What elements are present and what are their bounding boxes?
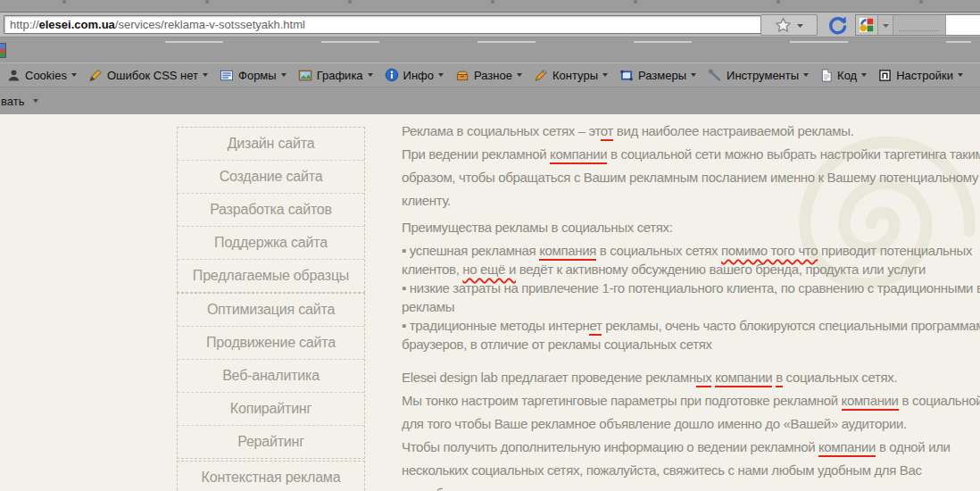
url-domain: elesei.com.ua xyxy=(39,18,115,31)
misspelled-word: компании xyxy=(550,146,607,164)
misspelled-word: ых xyxy=(696,370,712,387)
toolbar-item-code[interactable]: Код xyxy=(820,69,867,82)
text-segment: в социальных сетях xyxy=(596,243,721,258)
clipped-button-label[interactable]: вать xyxy=(1,95,24,108)
bookmark-star-button[interactable] xyxy=(760,14,818,36)
article-heading-2: Elesei design lab предлагает проведение … xyxy=(402,366,980,389)
url-prefix: http:// xyxy=(10,18,39,31)
search-input-end[interactable] xyxy=(945,15,980,35)
sidebar-link[interactable]: Предлагаемые образцы xyxy=(178,259,364,292)
text-line: клиенту. xyxy=(402,189,980,212)
text-line: Преимущества рекламы в социальных сетях: xyxy=(402,216,980,239)
toolbar-item-label: Разное xyxy=(474,69,512,82)
toolbar-item-outlines[interactable]: Контуры xyxy=(534,69,608,82)
search-input[interactable] xyxy=(893,15,945,35)
toolbar-item-resize[interactable]: Размеры xyxy=(619,69,696,82)
text-segment: ведёт к активному обсуждению вашего брен… xyxy=(516,262,926,277)
sidebar-link[interactable]: Создание сайта xyxy=(178,160,364,193)
toolbar-item-forms[interactable]: Формы xyxy=(220,69,287,82)
text-line: Мы тонко настроим таргетинговые параметр… xyxy=(402,389,980,412)
chevron-down-icon xyxy=(368,73,373,77)
reload-icon xyxy=(826,14,848,36)
text-segment: в социальной сети можно выбрать настройк… xyxy=(607,146,980,162)
sidebar-link[interactable]: Поддержка сайта xyxy=(178,226,364,259)
toolbar-item-label: Графика xyxy=(317,69,363,82)
misspelled-phrase: помимо того что xyxy=(721,243,818,258)
search-engine-dropdown[interactable] xyxy=(878,15,893,35)
star-icon xyxy=(775,17,792,33)
chevron-down-icon xyxy=(958,73,963,77)
text-line: браузеров, в отличие от рекламы социальн… xyxy=(402,335,980,354)
text-segment: социальных сетях. xyxy=(783,370,898,385)
sidebar-link[interactable]: Веб-аналитика xyxy=(178,359,364,392)
text-segment: вид наиболее настраиваемой рекламы. xyxy=(613,123,854,138)
toolbar-item-label: Формы xyxy=(238,69,277,82)
text-line: Реклама в социальных сетях – этот вид на… xyxy=(402,120,980,143)
toolbar-item-misc[interactable]: Разное xyxy=(455,69,522,82)
text-line: ▪ успешная рекламная компания в социальн… xyxy=(402,241,980,260)
browser-chrome: http://elesei.com.ua/services/reklama-v-… xyxy=(0,0,980,114)
text-segment: в одной или xyxy=(876,439,951,454)
pen-icon xyxy=(88,69,103,82)
marker-icon xyxy=(534,69,548,82)
text-line: ▪ традиционные методы интернет рекламы, … xyxy=(402,316,980,335)
sidebar-link[interactable]: Продвижение сайта xyxy=(178,326,364,359)
misspelled-word: компания xyxy=(539,243,596,261)
toolbar-item-label: Размеры xyxy=(638,69,686,82)
reload-button[interactable] xyxy=(823,13,851,36)
toolbar-item-label: Настройки xyxy=(896,69,953,82)
sidebar-link[interactable]: Разработка сайтов xyxy=(178,193,364,226)
address-bar-row: http://elesei.com.ua/services/reklama-v-… xyxy=(0,12,980,37)
toolbar-item-label: Инфо xyxy=(403,69,434,82)
clipped-toolbar-row: вать xyxy=(0,87,980,116)
misspelled-word: компании xyxy=(818,439,876,457)
sidebar-link[interactable]: Копирайтинг xyxy=(178,392,364,425)
text-line: рекламы xyxy=(402,297,980,316)
url-path: /services/reklama-v-sotssetyakh.html xyxy=(115,18,305,31)
toolbar-item-label: Cookies xyxy=(25,69,67,82)
url-input[interactable]: http://elesei.com.ua/services/reklama-v-… xyxy=(4,15,764,34)
toolbar-item-label: Контуры xyxy=(552,69,598,82)
article-paragraph: Чтобы получить дополнительную информацию… xyxy=(402,436,980,491)
frame-icon xyxy=(619,69,634,82)
text-segment: ▪ успешная рекламная xyxy=(402,243,539,258)
text-segment: приводит потенциальных xyxy=(818,243,972,258)
chevron-down-icon xyxy=(281,73,287,77)
article-paragraph: Мы тонко настроим таргетинговые параметр… xyxy=(402,389,980,436)
info-icon xyxy=(385,68,399,82)
toolbar-item-cookies[interactable]: Cookies xyxy=(7,69,77,82)
text-segment: При ведении рекламной xyxy=(402,146,550,162)
empty-toolbar-strip xyxy=(0,37,980,62)
chevron-down-icon xyxy=(861,73,867,77)
toolbar-item-css-errors[interactable]: Ошибок CSS нет xyxy=(88,69,208,82)
webdeveloper-toolbar: Cookies Ошибок CSS нет Формы Графика Инф… xyxy=(0,62,980,87)
sidebar-link[interactable]: Дизайн сайта xyxy=(178,128,364,160)
text-line: ▪ низкие затраты на привлечение 1-го пот… xyxy=(402,279,980,297)
chevron-down-icon xyxy=(33,99,38,103)
text-segment: Чтобы получить дополнительную информацию… xyxy=(402,439,818,454)
chevron-down-icon xyxy=(203,73,208,77)
page-icon xyxy=(820,69,833,82)
sidebar-link[interactable]: Контекстная реклама xyxy=(178,462,364,491)
google-icon xyxy=(860,18,874,32)
search-box xyxy=(855,14,980,36)
toolbar-item-tools[interactable]: Инструменты xyxy=(708,69,809,82)
chevron-down-icon xyxy=(438,73,444,77)
text-segment: клиентов, xyxy=(402,262,462,277)
chevron-down-icon xyxy=(883,23,889,28)
chevron-down-icon xyxy=(71,73,77,77)
text-segment: Мы тонко настроим таргетинговые параметр… xyxy=(402,393,842,408)
toolbar-item-graphics[interactable]: Графика xyxy=(298,69,373,82)
article-paragraph: При ведении рекламной компании в социаль… xyxy=(402,143,980,212)
search-engine-button[interactable] xyxy=(856,15,878,35)
text-segment: Elesei design lab предлагает проведение … xyxy=(402,370,696,385)
text-segment: ▪ низкие затраты на привлечение 1-го пот… xyxy=(402,280,980,295)
text-segment: Преимущества рекламы в социальных сетях: xyxy=(402,220,673,235)
sidebar-link[interactable]: Оптимизация сайта xyxy=(178,294,364,326)
chevron-down-icon xyxy=(602,73,608,77)
sidebar-link[interactable]: Рерайтинг xyxy=(178,425,364,458)
sidebar-menu-group-2: Оптимизация сайтаПродвижение сайтаВеб-ан… xyxy=(177,293,365,459)
toolbar-item-options[interactable]: Настройки xyxy=(878,69,963,82)
article-bullet-list: ▪ успешная рекламная компания в социальн… xyxy=(402,241,980,354)
toolbar-item-info[interactable]: Инфо xyxy=(385,68,444,82)
